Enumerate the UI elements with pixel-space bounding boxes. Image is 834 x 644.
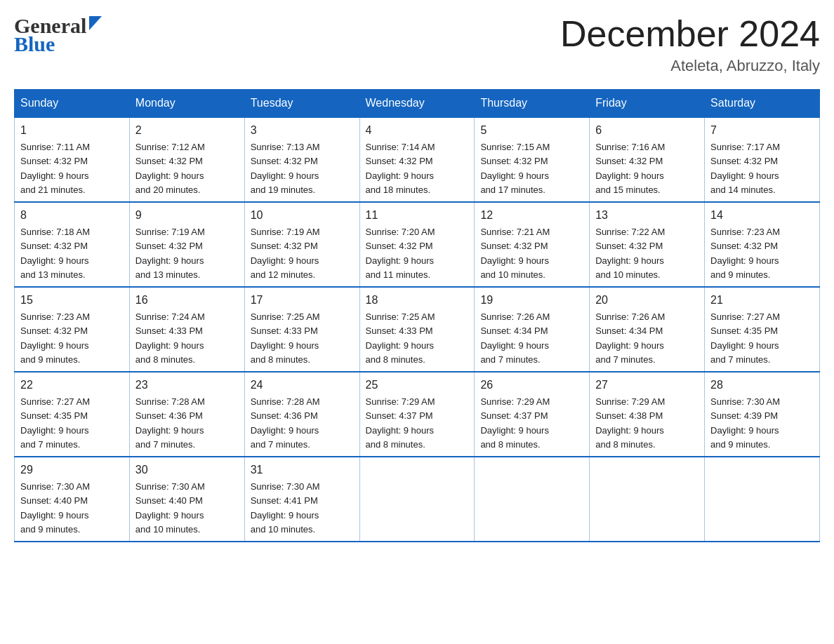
day-number: 3 — [251, 122, 354, 139]
day-info: Sunrise: 7:13 AMSunset: 4:32 PMDaylight:… — [251, 142, 320, 195]
day-info: Sunrise: 7:22 AMSunset: 4:32 PMDaylight:… — [595, 227, 665, 280]
day-info: Sunrise: 7:18 AMSunset: 4:32 PMDaylight:… — [20, 227, 90, 280]
day-info: Sunrise: 7:23 AMSunset: 4:32 PMDaylight:… — [20, 311, 90, 365]
day-number: 11 — [366, 207, 469, 224]
day-number: 17 — [251, 292, 354, 309]
calendar-day: 19 Sunrise: 7:26 AMSunset: 4:34 PMDaylig… — [475, 287, 590, 372]
day-info: Sunrise: 7:12 AMSunset: 4:32 PMDaylight:… — [135, 142, 205, 195]
day-number: 7 — [710, 122, 814, 139]
calendar-day: 16 Sunrise: 7:24 AMSunset: 4:33 PMDaylig… — [129, 287, 244, 372]
day-info: Sunrise: 7:25 AMSunset: 4:33 PMDaylight:… — [251, 311, 320, 365]
calendar-day: 22 Sunrise: 7:27 AMSunset: 4:35 PMDaylig… — [15, 372, 130, 457]
calendar-day: 6 Sunrise: 7:16 AMSunset: 4:32 PMDayligh… — [590, 117, 705, 202]
day-number: 27 — [595, 377, 699, 394]
calendar-day: 1 Sunrise: 7:11 AMSunset: 4:32 PMDayligh… — [15, 117, 130, 202]
month-title: December 2024 — [560, 14, 820, 54]
day-number: 4 — [366, 122, 469, 139]
day-info: Sunrise: 7:29 AMSunset: 4:37 PMDaylight:… — [366, 396, 435, 450]
day-number: 15 — [20, 292, 124, 309]
day-info: Sunrise: 7:20 AMSunset: 4:32 PMDaylight:… — [366, 227, 435, 280]
calendar-day: 18 Sunrise: 7:25 AMSunset: 4:33 PMDaylig… — [359, 287, 475, 372]
day-header-thursday: Thursday — [475, 90, 590, 118]
day-info: Sunrise: 7:29 AMSunset: 4:37 PMDaylight:… — [480, 396, 550, 450]
day-info: Sunrise: 7:24 AMSunset: 4:33 PMDaylight:… — [135, 311, 205, 365]
calendar-day: 31 Sunrise: 7:30 AMSunset: 4:41 PMDaylig… — [244, 457, 359, 542]
day-number: 25 — [366, 377, 469, 394]
day-info: Sunrise: 7:29 AMSunset: 4:38 PMDaylight:… — [595, 396, 665, 450]
calendar-week-4: 22 Sunrise: 7:27 AMSunset: 4:35 PMDaylig… — [15, 372, 820, 457]
calendar-week-1: 1 Sunrise: 7:11 AMSunset: 4:32 PMDayligh… — [15, 117, 820, 202]
calendar-day: 25 Sunrise: 7:29 AMSunset: 4:37 PMDaylig… — [359, 372, 475, 457]
day-number: 5 — [480, 122, 583, 139]
day-number: 16 — [135, 292, 239, 309]
calendar-day: 28 Sunrise: 7:30 AMSunset: 4:39 PMDaylig… — [705, 372, 820, 457]
calendar-day: 4 Sunrise: 7:14 AMSunset: 4:32 PMDayligh… — [359, 117, 475, 202]
day-number: 19 — [480, 292, 583, 309]
day-number: 1 — [20, 122, 124, 139]
logo-blue-text: Blue — [14, 32, 55, 56]
title-section: December 2024 Ateleta, Abruzzo, Italy — [560, 14, 820, 75]
calendar-day — [359, 457, 475, 542]
calendar-day: 24 Sunrise: 7:28 AMSunset: 4:36 PMDaylig… — [244, 372, 359, 457]
day-info: Sunrise: 7:30 AMSunset: 4:39 PMDaylight:… — [710, 396, 780, 450]
calendar-day: 9 Sunrise: 7:19 AMSunset: 4:32 PMDayligh… — [129, 202, 244, 287]
calendar-day: 3 Sunrise: 7:13 AMSunset: 4:32 PMDayligh… — [244, 117, 359, 202]
calendar-day: 8 Sunrise: 7:18 AMSunset: 4:32 PMDayligh… — [15, 202, 130, 287]
calendar-day: 26 Sunrise: 7:29 AMSunset: 4:37 PMDaylig… — [475, 372, 590, 457]
calendar-day: 17 Sunrise: 7:25 AMSunset: 4:33 PMDaylig… — [244, 287, 359, 372]
day-info: Sunrise: 7:17 AMSunset: 4:32 PMDaylight:… — [710, 142, 780, 195]
day-info: Sunrise: 7:28 AMSunset: 4:36 PMDaylight:… — [135, 396, 205, 450]
svg-marker-0 — [89, 16, 102, 30]
calendar-day: 30 Sunrise: 7:30 AMSunset: 4:40 PMDaylig… — [129, 457, 244, 542]
day-number: 20 — [595, 292, 699, 309]
day-info: Sunrise: 7:26 AMSunset: 4:34 PMDaylight:… — [480, 311, 550, 365]
day-header-monday: Monday — [129, 90, 244, 118]
day-info: Sunrise: 7:15 AMSunset: 4:32 PMDaylight:… — [480, 142, 550, 195]
day-info: Sunrise: 7:19 AMSunset: 4:32 PMDaylight:… — [135, 227, 205, 280]
calendar-day — [475, 457, 590, 542]
day-info: Sunrise: 7:25 AMSunset: 4:33 PMDaylight:… — [366, 311, 435, 365]
day-number: 14 — [710, 207, 814, 224]
day-number: 8 — [20, 207, 124, 224]
calendar-day: 12 Sunrise: 7:21 AMSunset: 4:32 PMDaylig… — [475, 202, 590, 287]
day-number: 12 — [480, 207, 583, 224]
day-number: 26 — [480, 377, 583, 394]
day-header-tuesday: Tuesday — [244, 90, 359, 118]
day-header-wednesday: Wednesday — [359, 90, 475, 118]
day-info: Sunrise: 7:27 AMSunset: 4:35 PMDaylight:… — [20, 396, 90, 450]
calendar-day: 20 Sunrise: 7:26 AMSunset: 4:34 PMDaylig… — [590, 287, 705, 372]
day-info: Sunrise: 7:19 AMSunset: 4:32 PMDaylight:… — [251, 227, 320, 280]
day-number: 23 — [135, 377, 239, 394]
calendar-week-3: 15 Sunrise: 7:23 AMSunset: 4:32 PMDaylig… — [15, 287, 820, 372]
day-info: Sunrise: 7:16 AMSunset: 4:32 PMDaylight:… — [595, 142, 665, 195]
day-info: Sunrise: 7:27 AMSunset: 4:35 PMDaylight:… — [710, 311, 780, 365]
day-number: 18 — [366, 292, 469, 309]
day-number: 9 — [135, 207, 239, 224]
day-number: 10 — [251, 207, 354, 224]
day-number: 21 — [710, 292, 814, 309]
calendar-day: 15 Sunrise: 7:23 AMSunset: 4:32 PMDaylig… — [15, 287, 130, 372]
calendar-day: 29 Sunrise: 7:30 AMSunset: 4:40 PMDaylig… — [15, 457, 130, 542]
calendar-week-5: 29 Sunrise: 7:30 AMSunset: 4:40 PMDaylig… — [15, 457, 820, 542]
day-number: 13 — [595, 207, 699, 224]
day-info: Sunrise: 7:30 AMSunset: 4:41 PMDaylight:… — [251, 481, 320, 535]
day-info: Sunrise: 7:14 AMSunset: 4:32 PMDaylight:… — [366, 142, 435, 195]
logo-arrow-icon — [89, 16, 102, 33]
calendar-day: 5 Sunrise: 7:15 AMSunset: 4:32 PMDayligh… — [475, 117, 590, 202]
day-info: Sunrise: 7:30 AMSunset: 4:40 PMDaylight:… — [20, 481, 90, 535]
calendar-day: 27 Sunrise: 7:29 AMSunset: 4:38 PMDaylig… — [590, 372, 705, 457]
day-header-friday: Friday — [590, 90, 705, 118]
calendar-day — [590, 457, 705, 542]
calendar-day: 10 Sunrise: 7:19 AMSunset: 4:32 PMDaylig… — [244, 202, 359, 287]
calendar-day: 23 Sunrise: 7:28 AMSunset: 4:36 PMDaylig… — [129, 372, 244, 457]
day-info: Sunrise: 7:28 AMSunset: 4:36 PMDaylight:… — [251, 396, 320, 450]
day-number: 2 — [135, 122, 239, 139]
day-number: 6 — [595, 122, 699, 139]
logo: General Blue — [14, 14, 102, 56]
location-title: Ateleta, Abruzzo, Italy — [560, 57, 820, 75]
day-number: 22 — [20, 377, 124, 394]
day-info: Sunrise: 7:23 AMSunset: 4:32 PMDaylight:… — [710, 227, 780, 280]
day-info: Sunrise: 7:26 AMSunset: 4:34 PMDaylight:… — [595, 311, 665, 365]
calendar-day: 2 Sunrise: 7:12 AMSunset: 4:32 PMDayligh… — [129, 117, 244, 202]
calendar-day: 11 Sunrise: 7:20 AMSunset: 4:32 PMDaylig… — [359, 202, 475, 287]
